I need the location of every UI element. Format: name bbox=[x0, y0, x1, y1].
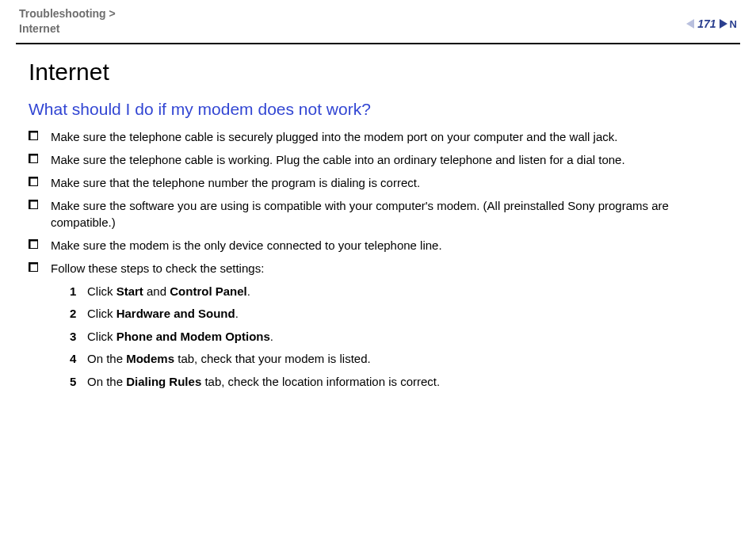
page: Troubleshooting > Internet 171 N Interne… bbox=[0, 0, 756, 411]
step-text: Click Hardware and Sound. bbox=[87, 305, 239, 323]
bullet-text: Make sure the telephone cable is securel… bbox=[51, 128, 617, 145]
bullet-icon bbox=[29, 239, 38, 249]
breadcrumb-child: Internet bbox=[19, 22, 59, 35]
step-text: On the Dialing Rules tab, check the loca… bbox=[87, 373, 440, 391]
step-item: 4 On the Modems tab, check that your mod… bbox=[70, 350, 727, 368]
step-bold: Start bbox=[116, 284, 143, 298]
step-number: 5 bbox=[70, 373, 87, 391]
page-title: Internet bbox=[29, 59, 727, 86]
step-text-part: tab, check the location information is c… bbox=[201, 375, 440, 388]
step-text-part: . bbox=[270, 330, 273, 343]
step-item: 5 On the Dialing Rules tab, check the lo… bbox=[70, 373, 727, 391]
content: Internet What should I do if my modem do… bbox=[16, 59, 740, 391]
bullet-icon bbox=[29, 262, 38, 272]
bullet-icon bbox=[29, 200, 38, 209]
nav-letter: N bbox=[730, 18, 737, 30]
prev-page-icon[interactable] bbox=[686, 19, 694, 29]
bullet-text: Make sure the software you are using is … bbox=[51, 197, 727, 231]
step-text-part: tab, check that your modem is listed. bbox=[174, 352, 371, 365]
step-text: On the Modems tab, check that your modem… bbox=[87, 350, 371, 368]
bullet-list: Make sure the telephone cable is securel… bbox=[29, 128, 727, 277]
list-item: Follow these steps to check the settings… bbox=[29, 260, 727, 277]
step-text: Click Phone and Modem Options. bbox=[87, 328, 273, 346]
breadcrumb-separator: > bbox=[106, 7, 116, 20]
page-nav: 171 N bbox=[686, 6, 737, 30]
step-item: 1 Click Start and Control Panel. bbox=[70, 283, 727, 301]
step-text-part: On the bbox=[87, 375, 126, 388]
step-bold: Hardware and Sound bbox=[116, 307, 235, 320]
list-item: Make sure the modem is the only device c… bbox=[29, 237, 727, 254]
step-text-part: Click bbox=[87, 284, 116, 298]
step-text-part: . bbox=[247, 284, 250, 298]
step-text-part: . bbox=[235, 307, 239, 320]
bullet-text: Follow these steps to check the settings… bbox=[51, 260, 264, 277]
question-heading: What should I do if my modem does not wo… bbox=[29, 100, 727, 119]
bullet-text: Make sure the telephone cable is working… bbox=[51, 151, 625, 168]
step-text-part: On the bbox=[87, 352, 126, 365]
steps-list: 1 Click Start and Control Panel. 2 Click… bbox=[70, 283, 727, 391]
step-bold: Phone and Modem Options bbox=[116, 330, 270, 343]
bullet-icon bbox=[29, 177, 38, 186]
step-number: 4 bbox=[70, 350, 87, 368]
bullet-text: Make sure the modem is the only device c… bbox=[51, 237, 442, 254]
bullet-icon bbox=[29, 131, 38, 140]
step-item: 2 Click Hardware and Sound. bbox=[70, 305, 727, 323]
breadcrumb[interactable]: Troubleshooting > Internet bbox=[19, 6, 116, 36]
bullet-icon bbox=[29, 154, 38, 163]
next-page-icon[interactable] bbox=[720, 19, 727, 29]
list-item: Make sure the telephone cable is working… bbox=[29, 151, 727, 168]
list-item: Make sure that the telephone number the … bbox=[29, 174, 727, 191]
step-text-part: Click bbox=[87, 330, 116, 343]
breadcrumb-parent: Troubleshooting bbox=[19, 7, 106, 20]
list-item: Make sure the software you are using is … bbox=[29, 197, 727, 231]
step-text-part: and bbox=[143, 284, 170, 298]
step-bold: Modems bbox=[126, 352, 174, 365]
step-number: 2 bbox=[70, 305, 87, 323]
list-item: Make sure the telephone cable is securel… bbox=[29, 128, 727, 145]
header-divider bbox=[16, 43, 740, 44]
step-item: 3 Click Phone and Modem Options. bbox=[70, 328, 727, 346]
top-bar: Troubleshooting > Internet 171 N bbox=[16, 6, 740, 43]
step-text-part: Click bbox=[87, 307, 116, 320]
bullet-text: Make sure that the telephone number the … bbox=[51, 174, 420, 191]
step-bold: Control Panel bbox=[170, 284, 247, 298]
step-number: 3 bbox=[70, 328, 87, 346]
step-bold: Dialing Rules bbox=[126, 375, 201, 388]
step-number: 1 bbox=[70, 283, 87, 301]
step-text: Click Start and Control Panel. bbox=[87, 283, 250, 301]
page-number: 171 bbox=[697, 17, 716, 30]
